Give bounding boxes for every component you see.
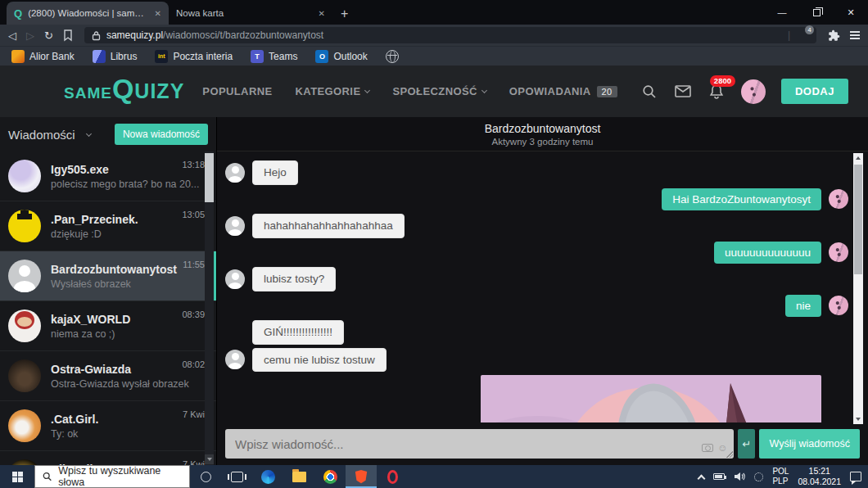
main-nav: POPULARNEKATEGORIESPOŁECZNOŚĆOPOWIADANIA…	[202, 85, 617, 97]
sidebar-title[interactable]: Wiadomości	[8, 128, 91, 142]
reload-button[interactable]: ↻	[44, 29, 53, 42]
enter-send-button[interactable]: ↵	[738, 429, 755, 459]
scrollbar-down-arrow[interactable]	[856, 418, 861, 421]
taskbar-search-placeholder: Wpisz tu wyszukiwane słowa	[58, 465, 182, 488]
browser-toolbar: ◁ ▷ ↻ samequizy.pl/wiadomosci/t/bardzozb…	[0, 25, 868, 46]
browser-menu-icon[interactable]	[850, 34, 860, 36]
conversation-item[interactable]: Ali_Kali555Wysłałeś obrazek7 Kwi	[0, 451, 216, 465]
hidden-icons-chevron[interactable]	[698, 474, 706, 482]
brave-button[interactable]	[346, 465, 377, 488]
notifications-bell-icon[interactable]: 2800	[708, 83, 726, 101]
conversation-item[interactable]: .Pan_Przecinek.dziękuje :D13:05	[0, 201, 216, 251]
scrollbar-thumb[interactable]	[205, 153, 214, 202]
scrollbar-down-arrow[interactable]	[205, 454, 214, 464]
main-content: Wiadomości Nowa wiadomość Igy505.exepole…	[0, 117, 868, 465]
message-input-wrap: ☺	[225, 429, 734, 459]
nav-label: POPULARNE	[202, 85, 272, 97]
start-button[interactable]	[0, 465, 34, 488]
contact-avatar	[225, 350, 245, 369]
back-button[interactable]: ◁	[8, 29, 16, 42]
tab-new-tab[interactable]: Nowa karta ✕	[169, 2, 332, 25]
message-input[interactable]	[225, 429, 734, 459]
bookmark-teams[interactable]: TTeams	[251, 50, 297, 63]
language-indicator[interactable]: POL PLP	[772, 467, 789, 486]
camera-icon[interactable]	[702, 444, 713, 452]
clock[interactable]: 15:21 08.04.2021	[798, 466, 841, 487]
opera-icon	[387, 470, 398, 484]
close-button[interactable]: ✕	[834, 0, 868, 25]
taskbar-search[interactable]: Wpisz tu wyszukiwane słowa	[34, 465, 190, 488]
message-row: uuuuuuuuuuuuuu	[225, 242, 848, 264]
task-view-button[interactable]	[221, 465, 252, 488]
conversation-preview: Ostra-Gwiazda wysłał obrazek	[51, 378, 205, 390]
scrollbar-thumb[interactable]	[854, 165, 862, 274]
user-avatar[interactable]	[741, 79, 766, 104]
nav-item-kategorie[interactable]: KATEGORIE	[296, 85, 370, 97]
avatar-kaja	[8, 310, 41, 342]
nav-badge: 20	[597, 86, 617, 97]
avatar-pan	[8, 210, 41, 242]
edge-button[interactable]	[252, 465, 283, 488]
sidebar-scrollbar[interactable]	[205, 151, 214, 465]
samequizy-logo[interactable]: SAMEQUIZY	[64, 79, 184, 103]
search-icon[interactable]	[640, 83, 658, 101]
volume-icon[interactable]	[734, 472, 745, 481]
chat-scrollbar[interactable]	[853, 153, 863, 424]
message-image[interactable]	[481, 375, 821, 422]
new-tab-button[interactable]: +	[341, 7, 348, 21]
minimize-button[interactable]: —	[765, 0, 799, 25]
cortana-icon	[201, 472, 211, 482]
address-bar[interactable]: samequizy.pl/wiadomosci/t/bardzozbuntowa…	[84, 27, 816, 43]
nav-item-opowiadania[interactable]: OPOWIADANIA20	[509, 85, 617, 97]
avatar-ostra	[8, 359, 41, 392]
conversation-time: 08:39	[182, 310, 205, 319]
nav-label: SPOŁECZNOŚĆ	[392, 85, 477, 97]
conversation-item[interactable]: kajaX_WORLDniema za co ;)08:39	[0, 301, 216, 351]
conversation-item[interactable]: Ostra-GwiazdaOstra-Gwiazda wysłał obraze…	[0, 351, 216, 401]
nav-item-społeczność[interactable]: SPOŁECZNOŚĆ	[392, 85, 486, 97]
conversation-preview: polecisz mego brata? bo na 20...	[51, 178, 205, 190]
bookmark-globe[interactable]	[386, 50, 399, 63]
brave-shield-icon[interactable]: 4	[796, 29, 809, 42]
nav-item-popularne[interactable]: POPULARNE	[202, 85, 272, 97]
globe-favicon	[386, 50, 399, 63]
bookmark-label: Poczta interia	[173, 51, 233, 62]
message-bubble: hahahhahahhahhahahhaa	[252, 214, 405, 238]
new-message-button[interactable]: Nowa wiadomość	[115, 124, 208, 145]
conversation-text: .Cat.Girl.Ty: ok	[51, 413, 205, 440]
cortana-button[interactable]	[190, 465, 221, 488]
bookmark-alior[interactable]: Alior Bank	[11, 50, 75, 63]
file-explorer-button[interactable]	[283, 465, 314, 488]
forward-button[interactable]: ▷	[26, 29, 34, 42]
tab-close-icon[interactable]: ✕	[319, 9, 325, 18]
tray-app-icon[interactable]	[754, 472, 763, 481]
chrome-button[interactable]	[314, 465, 346, 488]
date: 08.04.2021	[798, 477, 841, 486]
opera-button[interactable]	[377, 465, 408, 488]
tab-close-icon[interactable]: ✕	[155, 9, 161, 18]
bookmark-label: Alior Bank	[29, 51, 75, 62]
conversation-item[interactable]: .Cat.Girl.Ty: ok7 Kwi	[0, 401, 216, 451]
bookmark-outlook[interactable]: OOutlook	[315, 50, 367, 63]
battery-icon[interactable]	[713, 473, 725, 480]
extensions-icon[interactable]	[828, 29, 840, 42]
restore-button[interactable]	[799, 0, 834, 25]
conversation-preview: niema za co ;)	[51, 328, 205, 340]
system-tray: POL PLP 15:21 08.04.2021	[698, 466, 868, 487]
conversation-list: Igy505.exepolecisz mego brata? bo na 20.…	[0, 151, 216, 465]
conversation-item[interactable]: BardzozbuntowanytostWysłałeś obrazek11:5…	[0, 251, 216, 301]
action-center-icon[interactable]	[850, 472, 861, 481]
conversation-name: .Cat.Girl.	[51, 413, 205, 426]
send-message-button[interactable]: Wyślij wiadomość	[759, 429, 860, 459]
bookmark-icon[interactable]	[63, 29, 73, 42]
bookmark-interia[interactable]: intPoczta interia	[155, 50, 233, 63]
bookmark-librus[interactable]: Librus	[93, 50, 138, 63]
windows-logo-icon	[12, 472, 23, 482]
scrollbar-up-arrow[interactable]	[856, 156, 861, 160]
conversation-item[interactable]: Igy505.exepolecisz mego brata? bo na 20.…	[0, 151, 216, 201]
add-button[interactable]: DODAJ	[781, 79, 848, 104]
messages-icon[interactable]	[674, 83, 692, 101]
tab-samequizy[interactable]: Q (2800) Wiadomości | sameQuizy ✕	[7, 2, 169, 25]
resize-grip[interactable]	[726, 450, 733, 458]
bookmarks-bar: Alior BankLibrusintPoczta interiaTTeamsO…	[0, 46, 868, 66]
